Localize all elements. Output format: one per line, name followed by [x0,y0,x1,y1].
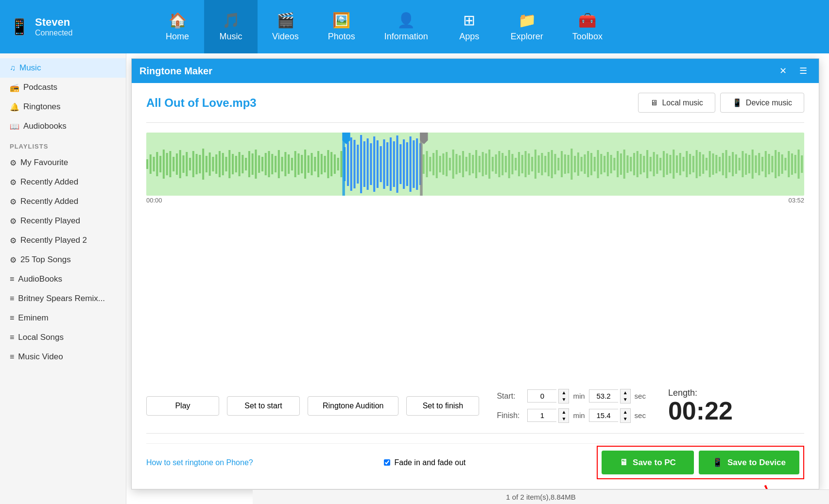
device-music-button[interactable]: 📱 Device music [720,93,804,113]
finish-sec-input[interactable] [589,409,618,422]
save-to-device-button[interactable]: 📱 Save to Device [699,451,799,474]
svg-rect-174 [719,157,721,171]
start-min-input[interactable] [527,389,556,403]
svg-rect-189 [768,154,770,174]
set-to-finish-button[interactable]: Set to finish [406,396,479,416]
sidebar-item-recently-added-2[interactable]: ⚙ Recently Added [0,192,126,211]
start-min-down[interactable]: ▼ [559,396,569,403]
gear-icon-3: ⚙ [10,197,17,206]
start-min-group: ▲ ▼ [527,389,569,403]
sidebar-item-ringtones[interactable]: 🔔 Ringtones [0,97,126,117]
controls-row: Play Set to start Ringtone Audition Set … [146,388,804,423]
nav-photos[interactable]: 🖼️ Photos [313,0,370,53]
svg-rect-132 [581,157,583,171]
svg-rect-90 [442,153,444,175]
nav-explorer[interactable]: 📁 Explorer [496,0,558,53]
svg-rect-85 [426,151,428,177]
song-title: All Out of Love.mp3 [146,96,257,110]
time-row-start: Start: ▲ ▼ min [497,389,646,403]
sidebar-item-music-video[interactable]: ≡ Music Video [0,347,126,367]
sidebar-item-music[interactable]: ♫ Music [0,58,126,78]
svg-rect-15 [196,154,198,174]
finish-sec-spinner: ▲ ▼ [620,408,631,423]
svg-rect-48 [304,150,306,179]
music-note-icon: ♫ [10,64,16,72]
toolbox-icon: 🧰 [578,12,596,29]
start-sec-input[interactable] [589,389,618,403]
nav-information[interactable]: 👤 Information [370,0,443,53]
gear-icon-6: ⚙ [10,255,17,265]
svg-rect-168 [699,152,701,176]
sidebar-item-recently-played-1[interactable]: ⚙ Recently Played [0,211,126,231]
waveform[interactable] [146,133,804,196]
save-buttons: 🖥 Save to PC 📱 Save to Device [597,446,804,479]
start-sec-down[interactable]: ▼ [621,396,630,403]
sidebar-item-recently-played-2[interactable]: ⚙ Recently Played 2 [0,231,126,250]
svg-rect-154 [653,152,655,176]
svg-rect-26 [232,154,234,174]
svg-rect-59 [340,151,342,177]
svg-rect-42 [284,152,286,176]
dialog-close-button[interactable]: ✕ [776,64,791,78]
waveform-container: 00:00 03:52 [146,133,804,380]
sidebar-item-my-favourite[interactable]: ⚙ My Favourite [0,153,126,172]
sidebar-item-eminem[interactable]: ≡ Eminem [0,308,126,328]
set-to-start-button[interactable]: Set to start [227,396,300,416]
nav-videos[interactable]: 🎬 Videos [258,0,313,53]
finish-sec-down[interactable]: ▼ [621,416,630,422]
save-device-label: Save to Device [727,458,786,468]
information-icon: 👤 [397,12,415,29]
sidebar-audiobooks-label: Audiobooks [23,121,67,131]
nav-apps[interactable]: ⊞ Apps [443,0,496,53]
start-sec-up[interactable]: ▲ [621,389,630,396]
how-to-link[interactable]: How to set ringtone on Phone? [146,458,253,467]
fade-checkbox[interactable] [384,459,390,466]
list-icon-1: ≡ [10,275,14,284]
svg-rect-54 [324,156,326,172]
svg-rect-84 [423,154,425,174]
finish-min-input[interactable] [527,409,556,422]
svg-rect-108 [501,153,503,175]
sidebar-item-britney[interactable]: ≡ Britney Spears Remix... [0,289,126,308]
svg-rect-57 [334,154,336,174]
svg-rect-81 [413,140,414,188]
content-area: Ringtone Maker ✕ ☰ All Out of Love.mp3 🖥… [126,53,829,504]
svg-rect-137 [597,150,599,178]
sidebar-item-audiobooks-pl[interactable]: ≡ AudioBooks [0,269,126,289]
sidebar-item-audiobooks[interactable]: 📖 Audiobooks [0,117,126,136]
start-min-unit: min [573,392,585,400]
svg-rect-97 [466,157,467,171]
start-min-up[interactable]: ▲ [559,389,569,396]
ringtone-audition-button[interactable]: Ringtone Audition [308,396,398,416]
nav-toolbox[interactable]: 🧰 Toolbox [558,0,617,53]
local-music-button[interactable]: 🖥 Local music [638,93,715,113]
svg-rect-68 [370,143,372,185]
finish-min-up[interactable]: ▲ [559,409,569,416]
sidebar-item-local-songs[interactable]: ≡ Local Songs [0,328,126,347]
svg-rect-113 [518,152,520,176]
svg-rect-130 [574,156,576,172]
finish-sec-up[interactable]: ▲ [621,409,630,416]
svg-rect-14 [192,151,194,177]
length-display: Length: 00:22 [668,388,733,423]
sidebar-item-25-top-songs[interactable]: ⚙ 25 Top Songs [0,250,126,269]
svg-rect-147 [630,157,632,171]
save-to-pc-button[interactable]: 🖥 Save to PC [602,451,694,474]
sidebar-item-recently-added-1[interactable]: ⚙ Recently Added [0,172,126,192]
sidebar-item-podcasts[interactable]: 📻 Podcasts [0,78,126,97]
svg-rect-93 [452,150,454,179]
dialog-menu-button[interactable]: ☰ [795,64,811,78]
play-button[interactable]: Play [146,396,219,416]
svg-rect-76 [397,135,398,193]
svg-rect-148 [633,153,635,175]
svg-rect-101 [479,156,481,172]
gear-icon-2: ⚙ [10,178,17,187]
svg-rect-51 [314,157,316,171]
svg-rect-145 [623,150,625,179]
svg-rect-25 [228,150,230,178]
finish-min-down[interactable]: ▼ [559,416,569,422]
svg-rect-23 [222,153,224,175]
svg-rect-111 [511,154,513,174]
nav-home[interactable]: 🏠 Home [151,0,204,53]
nav-music[interactable]: 🎵 Music [204,0,258,53]
